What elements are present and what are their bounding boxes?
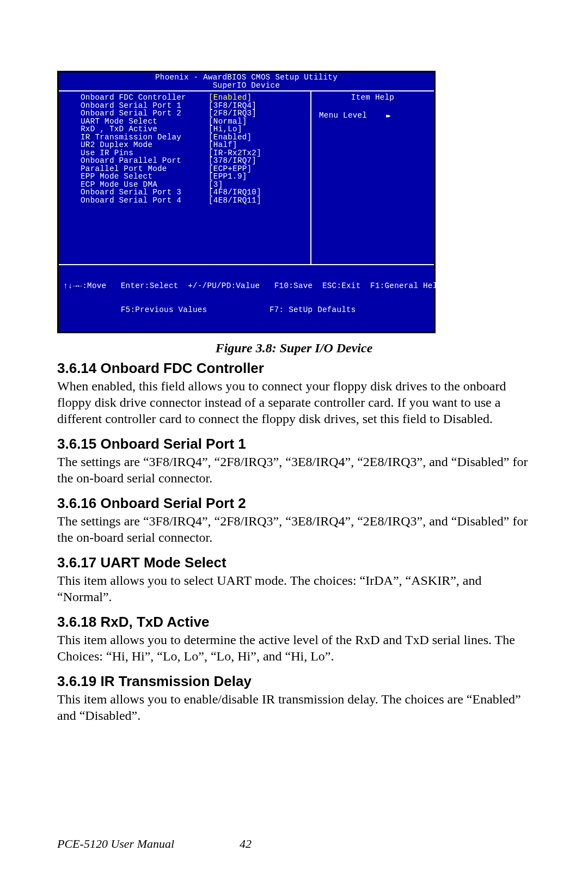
bios-setting-label: Onboard Serial Port 2 <box>81 109 209 118</box>
bios-setting-label: ECP Mode Use DMA <box>81 181 209 189</box>
section-heading: 3.6.16 Onboard Serial Port 2 <box>57 495 531 512</box>
bios-setting-value: [3F8/IRQ4] <box>209 102 310 110</box>
bios-setting-row[interactable]: RxD , TxD Active[Hi,Lo] <box>59 125 310 133</box>
bios-settings-panel: Onboard FDC Controller[Enabled]Onboard S… <box>59 91 311 264</box>
section-paragraph: The settings are “3F8/IRQ4”, “2F8/IRQ3”,… <box>57 454 531 486</box>
section-paragraph: This item allows you to determine the ac… <box>57 632 531 664</box>
bios-setting-label: EPP Mode Select <box>81 173 209 181</box>
bios-setting-label: Onboard Serial Port 1 <box>81 102 209 110</box>
section-heading: 3.6.14 Onboard FDC Controller <box>57 360 531 377</box>
bios-setting-value: [IR-Rx2Tx2] <box>209 149 310 157</box>
footer-page-number: 42 <box>240 837 252 851</box>
bios-setting-label: Onboard FDC Controller <box>81 94 209 102</box>
section-paragraph: The settings are “3F8/IRQ4”, “2F8/IRQ3”,… <box>57 513 531 546</box>
section-paragraph: This item allows you to enable/disable I… <box>57 691 531 724</box>
bios-body: Onboard FDC Controller[Enabled]Onboard S… <box>59 90 434 265</box>
bios-setting-row[interactable]: ECP Mode Use DMA[3] <box>59 181 310 189</box>
bios-setting-row[interactable]: Onboard Serial Port 2[2F8/IRQ3] <box>59 109 310 118</box>
bios-setting-value: [Normal] <box>209 118 310 126</box>
bios-setting-value: [2F8/IRQ3] <box>209 109 310 118</box>
bios-setting-value: [ECP+EPP] <box>209 165 310 173</box>
bios-setting-label: UART Mode Select <box>81 118 209 126</box>
bios-setting-value: [Enabled] <box>209 94 310 102</box>
bios-setting-label: Onboard Parallel Port <box>81 157 209 165</box>
bios-setting-value: [Half] <box>209 141 310 149</box>
bios-title: Phoenix - AwardBIOS CMOS Setup Utility <box>59 72 434 82</box>
bios-setting-row[interactable]: UR2 Duplex Mode[Half] <box>59 141 310 149</box>
bios-setting-value: [EPP1.9] <box>209 173 310 181</box>
bios-setting-value: [378/IRQ7] <box>209 157 310 165</box>
bios-setting-row[interactable]: UART Mode Select[Normal] <box>59 118 310 126</box>
page-footer: PCE-5120 User Manual 42 <box>57 837 531 851</box>
bios-setting-value: [Hi,Lo] <box>209 125 310 133</box>
bios-setting-row[interactable]: Onboard FDC Controller[Enabled] <box>59 94 310 102</box>
section-paragraph: When enabled, this field allows you to c… <box>57 378 531 427</box>
bios-setting-value: [3] <box>209 181 310 189</box>
bios-setting-label: Parallel Port Mode <box>81 165 209 173</box>
bios-setting-row[interactable]: EPP Mode Select[EPP1.9] <box>59 173 310 181</box>
bios-setting-row[interactable]: Onboard Serial Port 3[4F8/IRQ10] <box>59 188 310 197</box>
bios-setting-label: UR2 Duplex Mode <box>81 141 209 149</box>
section-heading: 3.6.18 RxD, TxD Active <box>57 614 531 631</box>
section-heading: 3.6.19 IR Transmission Delay <box>57 673 531 690</box>
section-paragraph: This item allows you to select UART mode… <box>57 572 531 605</box>
bios-setting-label: Onboard Serial Port 3 <box>81 188 209 197</box>
bios-setting-value: [Enabled] <box>209 133 310 142</box>
menu-level: Menu Level ▸▸ <box>311 102 434 120</box>
footer-manual-title: PCE-5120 User Manual <box>57 837 174 851</box>
section-heading: 3.6.15 Onboard Serial Port 1 <box>57 436 531 452</box>
bios-setting-row[interactable]: Onboard Serial Port 4[4E8/IRQ11] <box>59 197 310 205</box>
bios-setting-row[interactable]: Onboard Parallel Port[378/IRQ7] <box>59 157 310 165</box>
bios-setting-row[interactable]: Onboard Serial Port 1[3F8/IRQ4] <box>59 102 310 110</box>
bios-setting-label: IR Transmission Delay <box>81 133 209 142</box>
bios-help-panel: Item Help Menu Level ▸▸ <box>311 91 434 264</box>
bios-footer: ↑↓→←:Move Enter:Select +/-/PU/PD:Value F… <box>59 265 434 332</box>
bios-footer-line2: F5:Previous Values F7: SetUp Defaults <box>63 306 431 314</box>
bios-setting-label: Onboard Serial Port 4 <box>81 197 209 205</box>
bios-setting-row[interactable]: IR Transmission Delay[Enabled] <box>59 133 310 142</box>
bios-setting-row[interactable]: Parallel Port Mode[ECP+EPP] <box>59 165 310 173</box>
bios-setting-label: Use IR Pins <box>81 149 209 157</box>
bios-subtitle: SuperIO Device <box>59 82 434 91</box>
figure-caption: Figure 3.8: Super I/O Device <box>57 341 531 356</box>
item-help-title: Item Help <box>311 94 434 102</box>
bios-setting-value: [4F8/IRQ10] <box>209 188 310 197</box>
menu-level-label: Menu Level <box>319 111 367 120</box>
bios-footer-line1: ↑↓→←:Move Enter:Select +/-/PU/PD:Value F… <box>63 282 431 290</box>
bios-screenshot: Phoenix - AwardBIOS CMOS Setup Utility S… <box>57 71 436 333</box>
bios-setting-value: [4E8/IRQ11] <box>209 197 310 205</box>
bios-setting-label: RxD , TxD Active <box>81 125 209 133</box>
chevron-right-icon: ▸▸ <box>386 112 389 120</box>
section-heading: 3.6.17 UART Mode Select <box>57 554 531 571</box>
bios-setting-row[interactable]: Use IR Pins[IR-Rx2Tx2] <box>59 149 310 157</box>
